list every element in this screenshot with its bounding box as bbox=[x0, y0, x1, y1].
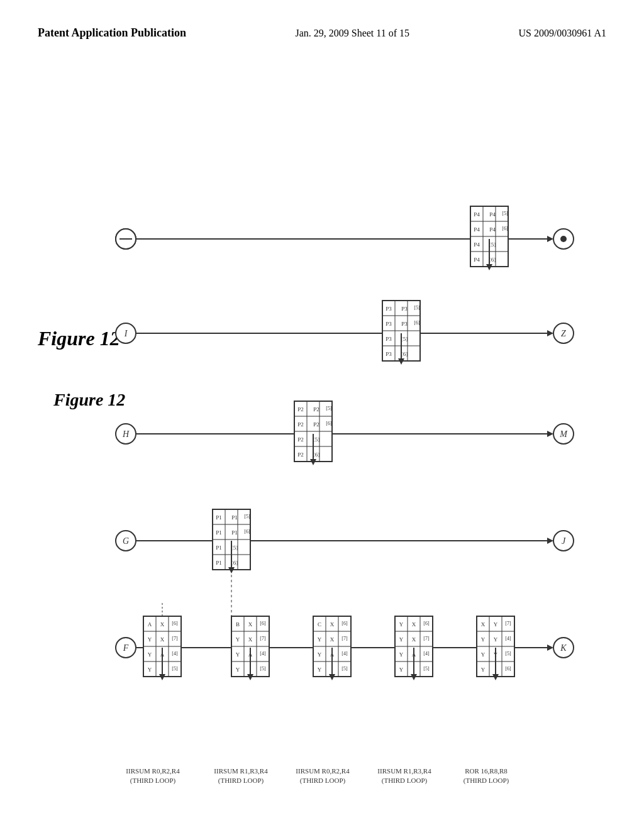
svg-text:Y: Y bbox=[399, 636, 404, 643]
svg-text:Y: Y bbox=[236, 667, 240, 673]
svg-text:Y: Y bbox=[481, 651, 486, 658]
svg-text:[5]: [5] bbox=[244, 514, 250, 519]
svg-text:X: X bbox=[330, 636, 335, 643]
svg-text:P1: P1 bbox=[216, 514, 222, 521]
svg-text:B: B bbox=[236, 621, 240, 628]
svg-marker-128 bbox=[547, 431, 553, 437]
svg-text:[4]: [4] bbox=[505, 636, 511, 641]
svg-text:Y: Y bbox=[481, 667, 486, 673]
svg-text:F: F bbox=[123, 643, 129, 653]
publication-title: Patent Application Publication bbox=[38, 25, 186, 41]
svg-text:P4: P4 bbox=[489, 226, 496, 233]
svg-text:P4: P4 bbox=[474, 257, 480, 263]
svg-text:P3: P3 bbox=[401, 321, 408, 327]
svg-text:G: G bbox=[123, 536, 129, 546]
svg-text:[6]: [6] bbox=[423, 621, 430, 626]
svg-text:Y: Y bbox=[318, 651, 322, 658]
svg-text:X: X bbox=[248, 621, 253, 628]
svg-text:P4: P4 bbox=[474, 226, 480, 233]
svg-text:P1: P1 bbox=[231, 529, 238, 536]
svg-text:(THIRD LOOP): (THIRD LOOP) bbox=[382, 777, 428, 785]
svg-point-178 bbox=[560, 236, 567, 242]
svg-text:[4]: [4] bbox=[260, 651, 266, 656]
svg-text:[6]: [6] bbox=[313, 451, 320, 458]
svg-text:IIRSUM R1,R3,R4: IIRSUM R1,R3,R4 bbox=[377, 767, 431, 775]
svg-text:Y: Y bbox=[318, 667, 322, 673]
svg-text:X: X bbox=[330, 621, 335, 628]
svg-text:X: X bbox=[481, 621, 486, 628]
svg-text:P3: P3 bbox=[401, 306, 408, 312]
svg-text:(THIRD LOOP): (THIRD LOOP) bbox=[218, 777, 264, 785]
svg-text:(THIRD LOOP): (THIRD LOOP) bbox=[464, 777, 509, 785]
svg-text:[6]: [6] bbox=[489, 257, 496, 263]
svg-text:Y: Y bbox=[494, 636, 498, 643]
svg-text:[6]: [6] bbox=[172, 621, 178, 626]
svg-text:ROR 16,R8,R8: ROR 16,R8,R8 bbox=[465, 767, 508, 775]
svg-text:M: M bbox=[559, 429, 568, 439]
svg-text:Y: Y bbox=[148, 651, 152, 658]
svg-text:P2: P2 bbox=[297, 406, 304, 412]
svg-text:X: X bbox=[160, 621, 165, 628]
svg-text:[6]: [6] bbox=[326, 421, 332, 426]
svg-text:IIRSUM R1,R3,R4: IIRSUM R1,R3,R4 bbox=[214, 767, 268, 775]
svg-text:(THIRD LOOP): (THIRD LOOP) bbox=[300, 777, 346, 785]
svg-text:[4]: [4] bbox=[172, 651, 178, 656]
svg-text:[6]: [6] bbox=[231, 560, 238, 566]
svg-text:Y: Y bbox=[236, 636, 240, 643]
svg-text:[7]: [7] bbox=[172, 636, 178, 641]
svg-text:P2: P2 bbox=[297, 436, 304, 443]
svg-text:P4: P4 bbox=[474, 241, 480, 248]
svg-text:P1: P1 bbox=[216, 560, 222, 566]
svg-text:Y: Y bbox=[236, 651, 240, 658]
svg-text:P4: P4 bbox=[474, 211, 480, 218]
diagram: F K A X [6] Y X [7] Y A [4] Y [5] bbox=[0, 88, 644, 817]
publication-date-sheet: Jan. 29, 2009 Sheet 11 of 15 bbox=[295, 25, 409, 42]
svg-text:Y: Y bbox=[399, 621, 404, 628]
svg-text:C: C bbox=[318, 621, 321, 628]
svg-text:[5]: [5] bbox=[502, 211, 508, 216]
svg-text:Y: Y bbox=[481, 636, 486, 643]
svg-text:[5]: [5] bbox=[489, 241, 496, 248]
svg-text:X: X bbox=[248, 636, 253, 643]
svg-text:[7]: [7] bbox=[260, 636, 266, 641]
svg-text:[6]: [6] bbox=[341, 621, 348, 626]
svg-text:[5]: [5] bbox=[172, 666, 178, 672]
svg-text:J: J bbox=[562, 536, 566, 546]
svg-text:[5]: [5] bbox=[505, 651, 511, 656]
svg-text:P2: P2 bbox=[297, 451, 304, 458]
svg-marker-176 bbox=[547, 236, 553, 242]
svg-text:Y: Y bbox=[148, 667, 152, 673]
svg-text:[6]: [6] bbox=[505, 666, 511, 672]
svg-text:Y: Y bbox=[399, 651, 404, 658]
publication-number: US 2009/0030961 A1 bbox=[518, 25, 606, 42]
svg-marker-104 bbox=[547, 538, 553, 544]
svg-text:[6]: [6] bbox=[244, 529, 250, 534]
svg-text:[5]: [5] bbox=[231, 545, 238, 551]
svg-text:P2: P2 bbox=[297, 421, 304, 428]
svg-text:Y: Y bbox=[148, 636, 152, 643]
svg-text:[5]: [5] bbox=[313, 436, 320, 443]
svg-text:P1: P1 bbox=[216, 545, 222, 551]
svg-text:A: A bbox=[148, 621, 152, 628]
svg-text:Y: Y bbox=[399, 667, 404, 673]
svg-text:[6]: [6] bbox=[414, 320, 420, 326]
svg-text:IIRSUM R0,R2,R4: IIRSUM R0,R2,R4 bbox=[296, 767, 350, 775]
svg-text:[4]: [4] bbox=[423, 651, 430, 656]
svg-text:P1: P1 bbox=[231, 514, 238, 521]
svg-text:P2: P2 bbox=[313, 421, 319, 428]
svg-text:[6]: [6] bbox=[502, 226, 508, 231]
svg-marker-3 bbox=[547, 645, 553, 651]
page-header: Patent Application Publication Jan. 29, … bbox=[0, 0, 644, 54]
svg-text:[7]: [7] bbox=[505, 621, 511, 626]
svg-text:Y: Y bbox=[318, 636, 322, 643]
svg-text:[7]: [7] bbox=[423, 636, 430, 641]
svg-text:X: X bbox=[412, 636, 416, 643]
svg-text:P3: P3 bbox=[386, 306, 392, 312]
svg-text:IIRSUM R0,R2,R4: IIRSUM R0,R2,R4 bbox=[126, 767, 180, 775]
svg-text:[5]: [5] bbox=[423, 666, 430, 672]
svg-text:[5]: [5] bbox=[341, 666, 348, 672]
svg-text:K: K bbox=[560, 643, 567, 653]
svg-text:[5]: [5] bbox=[414, 305, 420, 311]
svg-text:P3: P3 bbox=[386, 351, 392, 357]
svg-text:[4]: [4] bbox=[341, 651, 348, 656]
